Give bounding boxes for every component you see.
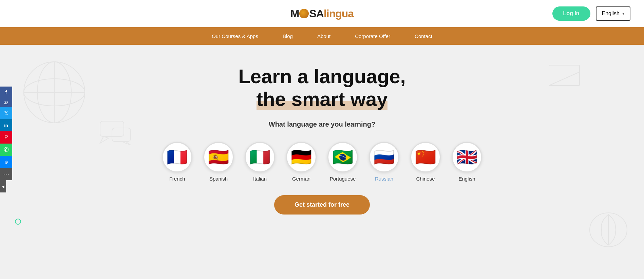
- cta-button[interactable]: Get started for free: [274, 195, 370, 215]
- svg-line-7: [549, 72, 580, 86]
- whatsapp-share-button[interactable]: ✆: [0, 144, 12, 156]
- flag-label-english: English: [458, 176, 475, 182]
- flag-circle-italian: 🇮🇹: [245, 142, 275, 172]
- linkedin-share-button[interactable]: in: [0, 119, 12, 131]
- flag-item-french[interactable]: 🇫🇷 French: [162, 142, 192, 182]
- flag-item-chinese[interactable]: 🇨🇳 Chinese: [410, 142, 441, 182]
- svg-marker-13: [124, 142, 131, 145]
- flag-circle-chinese: 🇨🇳: [410, 142, 441, 172]
- flag-item-spanish[interactable]: 🇪🇸 Spanish: [203, 142, 234, 182]
- hero-title-line1: Learn a language,: [238, 65, 405, 87]
- flag-circle-german: 🇩🇪: [286, 142, 317, 172]
- flag-label-spanish: Spanish: [209, 176, 228, 182]
- logo-text-lingua: lingua: [324, 7, 354, 20]
- svg-marker-11: [100, 136, 109, 143]
- flag-circle-french: 🇫🇷: [162, 142, 192, 172]
- brain-decoration: [586, 208, 630, 252]
- chat-decoration: [98, 119, 132, 147]
- more-share-button[interactable]: ⋯: [0, 168, 12, 180]
- hero-section: Learn a language, the smart way What lan…: [0, 45, 644, 279]
- header: MSAlingua Log In English ▾: [0, 0, 644, 27]
- facebook-count: 32: [0, 99, 12, 107]
- nav-item-blog[interactable]: Blog: [270, 27, 305, 45]
- flag-label-chinese: Chinese: [416, 176, 435, 182]
- language-flags-container: 🇫🇷 French 🇪🇸 Spanish 🇮🇹 Italian 🇩🇪 Germa…: [162, 142, 482, 182]
- globe-decoration: [20, 58, 88, 126]
- flag-item-italian[interactable]: 🇮🇹 Italian: [245, 142, 275, 182]
- flag-label-italian: Italian: [253, 176, 267, 182]
- facebook-share-button[interactable]: f: [0, 87, 12, 99]
- collapse-sidebar-button[interactable]: ◀: [0, 180, 6, 192]
- flag-circle-spanish: 🇪🇸: [203, 142, 234, 172]
- nav-item-corporate[interactable]: Corporate Offer: [343, 27, 402, 45]
- header-right: Log In English ▾: [552, 6, 630, 21]
- language-selector[interactable]: English ▾: [596, 6, 630, 21]
- flag-label-portuguese: Portuguese: [330, 176, 356, 182]
- language-selector-label: English: [602, 11, 620, 17]
- flag-item-german[interactable]: 🇩🇪 German: [286, 142, 317, 182]
- svg-rect-12: [112, 128, 131, 142]
- logo-text-mosa: M: [290, 7, 299, 20]
- flag-label-german: German: [292, 176, 310, 182]
- nav-item-contact[interactable]: Contact: [402, 27, 444, 45]
- logo-o-icon: [299, 9, 309, 18]
- flag-label-french: French: [169, 176, 185, 182]
- nav-item-courses[interactable]: Our Courses & Apps: [200, 27, 270, 45]
- flag-item-portuguese[interactable]: 🇧🇷 Portuguese: [327, 142, 358, 182]
- flag-decoration: [542, 62, 583, 109]
- flag-label-russian: Russian: [375, 176, 393, 182]
- chevron-down-icon: ▾: [622, 11, 624, 16]
- hero-title-line2: the smart way: [257, 88, 388, 110]
- nav-item-about[interactable]: About: [305, 27, 343, 45]
- logo[interactable]: MSAlingua: [290, 7, 354, 20]
- flag-circle-english: 🇬🇧: [452, 142, 482, 172]
- hero-title: Learn a language, the smart way: [238, 65, 405, 110]
- hero-subtitle: What language are you learning?: [269, 120, 376, 128]
- main-nav: Our Courses & Apps Blog About Corporate …: [0, 27, 644, 45]
- flag-circle-russian: 🇷🇺: [369, 142, 399, 172]
- pinterest-share-button[interactable]: P: [0, 131, 12, 144]
- logo-text-sa: SA: [309, 7, 323, 20]
- svg-rect-6: [549, 65, 580, 86]
- flag-item-english[interactable]: 🇬🇧 English: [452, 142, 482, 182]
- dot-indicator: [15, 219, 21, 225]
- flag-circle-portuguese: 🇧🇷: [327, 142, 358, 172]
- messenger-share-button[interactable]: ⊕: [0, 156, 12, 168]
- social-sidebar: f 32 𝕏 in P ✆ ⊕ ⋯ ◀: [0, 87, 12, 192]
- login-button[interactable]: Log In: [552, 6, 590, 21]
- twitter-share-button[interactable]: 𝕏: [0, 107, 12, 119]
- flag-item-russian[interactable]: 🇷🇺 Russian: [369, 142, 399, 182]
